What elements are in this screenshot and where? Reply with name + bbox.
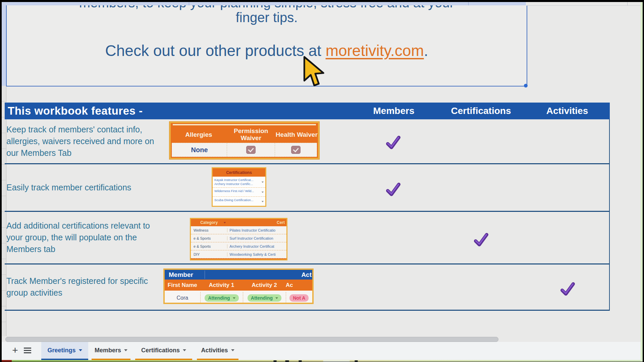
card-accent-line: [173, 124, 316, 125]
categories-table-image[interactable]: Category Cert Wellness Pilates Instructo…: [190, 218, 287, 260]
dropdown-arrow-icon: [262, 201, 264, 202]
gridline-tick: [189, 2, 189, 5]
feature-desc-2: Easily track member certifications: [6, 182, 161, 193]
add-sheet-button[interactable]: +: [9, 345, 21, 357]
tab-label: Activities: [201, 347, 228, 354]
header-divider: [205, 270, 205, 279]
first-name-col-header: First Name: [165, 282, 200, 289]
row-header-strip-selected: [2, 2, 6, 86]
tab-label: Members: [95, 347, 121, 354]
dropdown-arrow-icon: [233, 297, 235, 299]
column-header-members: Members: [360, 103, 427, 119]
tab-menu-caret-icon: [231, 349, 234, 351]
sheet-tab-activities[interactable]: Activities: [197, 342, 238, 360]
category-cell: e & Sports: [191, 244, 227, 248]
certifications-card-title: Certifications: [213, 168, 265, 177]
bottom-video-strip: [2, 360, 641, 362]
feature-desc-4: Track Member's registered for specific g…: [6, 275, 161, 299]
check-icon-certifications-row3: [473, 232, 489, 247]
health-waiver-checkbox: [291, 146, 301, 154]
certifications-list-image[interactable]: Certifications Kayak Instructor Certific…: [212, 167, 266, 207]
dropdown-arrow-icon: [262, 192, 264, 193]
video-control-fragment: [273, 360, 277, 362]
clipped-row-above: [6, 2, 526, 5]
feature-desc-1: Keep track of members' contact info, all…: [6, 124, 161, 159]
all-sheets-menu-button[interactable]: [24, 348, 31, 354]
dropdown-arrow-icon: [275, 297, 278, 299]
video-control-fragment: [355, 360, 358, 362]
category-cell: Wellness: [191, 228, 227, 232]
tab-label: Certifications: [141, 347, 180, 354]
certification-cell: Woodworking Safety & Certi: [227, 252, 286, 256]
column-header-certifications: Certifications: [441, 103, 521, 119]
tab-label: Greetings: [47, 347, 75, 354]
not-attending-pill-clipped: Not A: [289, 294, 309, 302]
category-cell: DIY: [191, 252, 227, 256]
video-control-fragment: [285, 360, 289, 362]
activity3-col-header-clipped: Ac: [286, 282, 312, 289]
check-icon-activities-row4: [559, 282, 576, 296]
cert-entry-line: Archery Instructor Certific...: [214, 182, 264, 186]
horizontal-scrollbar-thumb[interactable]: [5, 337, 498, 342]
allergies-col-header: Allergies: [171, 126, 227, 143]
activity1-col-header: Activity 1: [200, 282, 243, 289]
allergies-value: None: [191, 146, 208, 154]
sheet-tab-bar: + Greetings Members Certifications Activ…: [2, 342, 641, 360]
certification-col-header: Cert: [227, 220, 286, 225]
spreadsheet-canvas: members, to keep your planning simple, s…: [2, 2, 641, 362]
permission-waiver-col-header: Permission Waiver: [227, 126, 275, 143]
cta-prefix: Check out our other products at: [105, 42, 326, 59]
cert-entry-line: Scuba Diving Certification...: [214, 198, 264, 202]
sheet-tab-greetings[interactable]: Greetings: [41, 342, 88, 360]
sheet-tab-members[interactable]: Members: [92, 342, 130, 360]
dropdown-arrow-icon: [262, 182, 264, 183]
greeting-line-fingertips: finger tips.: [7, 10, 527, 25]
activities-group-header-clipped: Act: [301, 270, 312, 280]
moretivity-link[interactable]: moretivity.com: [326, 42, 424, 59]
attending-pill: Attending: [205, 294, 238, 302]
gridline-tick: [627, 2, 628, 5]
greeting-cell[interactable]: members, to keep your planning simple, s…: [6, 2, 527, 86]
greeting-cta-line: Check out our other products at moretivi…: [7, 42, 527, 60]
video-frame-edge: [641, 2, 643, 362]
gridline-tick: [468, 2, 469, 5]
certification-cell: Archery Instructor Certificat: [227, 244, 286, 248]
cta-suffix: .: [424, 42, 428, 59]
tab-menu-caret-icon: [124, 349, 127, 351]
category-cell: e & Sports: [191, 236, 227, 240]
features-header-bar: This workbook features - Members Certifi…: [5, 103, 610, 119]
certification-cell: Pilates Instructor Certificatio: [227, 228, 286, 232]
member-group-header: Member: [169, 270, 193, 280]
check-icon-members-row1: [385, 135, 401, 150]
dropdown-arrow-icon: [224, 222, 226, 224]
column-header-activities: Activities: [534, 103, 601, 119]
tab-menu-caret-icon: [79, 349, 82, 351]
cert-entry-line: Wilderness First Aid / Wild...: [214, 189, 264, 193]
activities-table-image[interactable]: Member Act First Name Activity 1 Activit…: [163, 268, 314, 304]
allergies-table-image[interactable]: Allergies Permission Waiver Health Waive…: [169, 122, 319, 159]
mouse-cursor-icon: [301, 56, 326, 89]
permission-waiver-checkbox: [246, 146, 256, 154]
grid-area-top-right: [527, 2, 641, 6]
member-name-cell: Cora: [165, 292, 200, 304]
video-control-fragment: [299, 360, 302, 362]
tab-menu-caret-icon: [183, 349, 186, 351]
attending-pill: Attending: [248, 294, 281, 302]
feature-desc-3: Add additional certifications relevant t…: [6, 220, 161, 255]
activity2-col-header: Activity 2: [243, 282, 286, 289]
selection-handle-dot[interactable]: [524, 84, 528, 87]
check-icon-members-row2: [385, 182, 401, 197]
sheet-tab-certifications[interactable]: Certifications: [135, 342, 192, 360]
bottom-left-red-block: [2, 360, 12, 362]
video-control-fragment: [323, 360, 350, 362]
certification-cell: Surf Instructor Certification: [227, 236, 286, 240]
features-title: This workbook features -: [8, 103, 143, 119]
cert-entry-line: Kayak Instructor Certificat...: [214, 178, 264, 182]
category-col-header: Category: [191, 220, 227, 225]
health-waiver-col-header: Health Waiver: [275, 126, 318, 143]
